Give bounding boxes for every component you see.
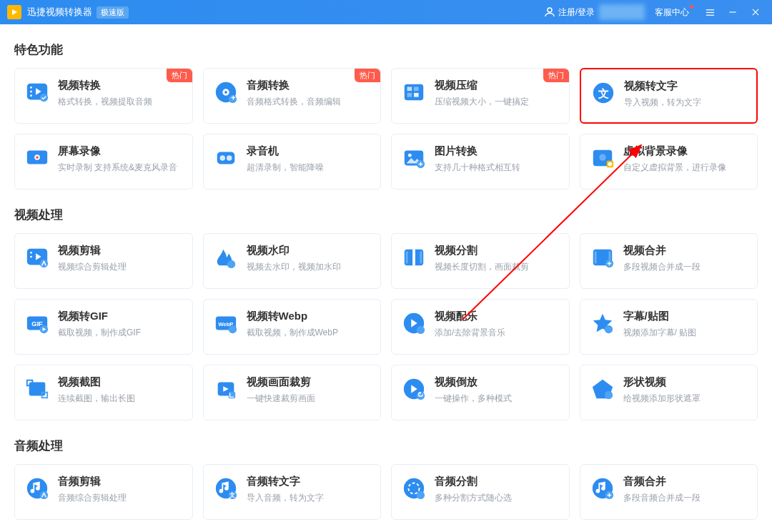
card-title: 视频转GIF: [58, 310, 184, 322]
card-desc: 实时录制 支持系统&麦克风录音: [58, 162, 184, 174]
card-desc: 压缩视频大小，一键搞定: [435, 96, 560, 108]
support-link[interactable]: 客服中心: [655, 6, 689, 19]
watermark-icon: [214, 245, 238, 270]
svg-point-30: [226, 155, 232, 161]
feature-card[interactable]: 视频水印视频去水印，视频加水印: [203, 233, 382, 289]
audio-convert-icon: [214, 80, 238, 104]
card-desc: 超清录制，智能降噪: [247, 162, 372, 174]
feature-card[interactable]: 音频剪辑音频综合剪辑处理: [14, 464, 193, 520]
card-title: 音频转换: [247, 79, 372, 92]
card-title: 音频分割: [435, 475, 560, 488]
close-button[interactable]: [746, 3, 765, 21]
hot-badge: 热门: [167, 69, 192, 82]
feature-card[interactable]: 视频画面裁剪一键快速裁剪画面: [203, 365, 382, 420]
card-desc: 多段音频合并成一段: [623, 492, 749, 504]
svg-rect-45: [406, 252, 408, 264]
menu-button[interactable]: [701, 3, 719, 21]
highlight-arrow-icon: [455, 141, 670, 327]
video-edit-icon: [25, 245, 49, 270]
svg-point-58: [228, 325, 236, 333]
card-title: 视频转文字: [624, 79, 748, 92]
svg-line-85: [462, 145, 641, 320]
card-title: 视频压缩: [435, 79, 560, 92]
crop-icon: [214, 377, 238, 401]
hot-badge: 热门: [543, 69, 569, 82]
card-title: 视频转Webp: [247, 310, 372, 322]
app-logo-icon: [7, 5, 21, 19]
video-music-icon: [402, 311, 426, 335]
card-title: 视频剪辑: [58, 244, 184, 257]
card-title: 视频截图: [58, 375, 184, 388]
card-desc: 一键操作，多种模式: [435, 393, 560, 405]
feature-card[interactable]: 视频转换格式转换，视频提取音频热门: [14, 68, 193, 124]
audio-to-text-icon: 文: [214, 476, 238, 501]
feature-card[interactable]: 屏幕录像实时录制 支持系统&麦克风录音: [14, 134, 193, 189]
feature-card[interactable]: 文音频转文字导入音频，转为文字: [203, 464, 382, 520]
svg-point-40: [30, 256, 32, 258]
svg-rect-47: [412, 250, 415, 266]
section-title-audio: 音频处理: [14, 438, 758, 454]
card-title: 形状视频: [623, 375, 749, 388]
feature-card[interactable]: 录音机超清录制，智能降噪: [203, 134, 382, 189]
svg-point-16: [224, 91, 227, 94]
login-label: 注册/登录: [558, 6, 595, 19]
svg-point-32: [408, 154, 412, 157]
svg-point-27: [36, 156, 39, 159]
card-desc: 多种分割方式随心选: [435, 492, 560, 504]
video-webp-icon: WebP: [214, 311, 238, 335]
feature-card[interactable]: 音频转换音频格式转换，音频编辑热门: [203, 68, 382, 124]
login-button[interactable]: 注册/登录: [543, 6, 595, 19]
feature-card[interactable]: 视频压缩压缩视频大小，一键搞定热门: [391, 68, 570, 124]
svg-point-10: [30, 91, 32, 93]
svg-rect-20: [414, 87, 419, 91]
card-title: 视频水印: [247, 244, 372, 257]
svg-point-61: [417, 326, 425, 334]
svg-point-17: [228, 95, 236, 103]
svg-point-73: [604, 391, 612, 399]
feature-card[interactable]: 视频剪辑视频综合剪辑处理: [14, 233, 193, 289]
card-title: 音频合并: [623, 475, 749, 488]
svg-point-39: [30, 252, 32, 254]
card-title: 屏幕录像: [58, 144, 184, 157]
card-desc: 一键快速裁剪画面: [247, 393, 372, 405]
svg-point-43: [227, 260, 234, 268]
video-split-icon: [402, 245, 426, 270]
svg-text:文: 文: [229, 492, 235, 498]
feature-card[interactable]: 音频分割多种分割方式随心选: [391, 464, 570, 520]
section-title-featured: 特色功能: [14, 41, 758, 58]
feature-card[interactable]: WebP视频转Webp截取视频，制作成WebP: [203, 299, 382, 355]
card-title: 录音机: [247, 144, 372, 157]
card-desc: 连续截图，输出长图: [58, 393, 184, 405]
svg-text:GIF: GIF: [31, 320, 43, 327]
video-compress-icon: [402, 80, 426, 104]
card-desc: 导入视频，转为文字: [624, 97, 748, 109]
notification-dot-icon: [690, 5, 693, 9]
feature-card[interactable]: 视频倒放一键操作，多种模式: [391, 365, 570, 420]
screen-record-icon: [25, 146, 49, 170]
svg-rect-19: [407, 87, 412, 91]
svg-rect-28: [217, 152, 234, 164]
svg-point-9: [30, 87, 32, 89]
user-avatar[interactable]: [599, 4, 645, 20]
card-title: 音频剪辑: [58, 475, 184, 488]
feature-card[interactable]: GIF视频转GIF截取视频，制作成GIF: [14, 299, 193, 355]
feature-card[interactable]: 形状视频给视频添加形状遮罩: [580, 365, 758, 420]
feature-card[interactable]: 视频截图连续截图，输出长图: [14, 365, 193, 420]
image-convert-icon: [402, 146, 426, 170]
svg-rect-22: [414, 93, 419, 97]
svg-marker-0: [12, 9, 17, 15]
feature-card[interactable]: 文视频转文字导入视频，转为文字: [580, 68, 758, 124]
reverse-icon: [402, 377, 426, 401]
svg-rect-63: [29, 383, 46, 396]
card-desc: 格式转换，视频提取音频: [58, 96, 184, 108]
card-desc: 截取视频，制作成WebP: [247, 327, 372, 339]
video-convert-icon: [25, 80, 49, 104]
video-to-text-icon: 文: [591, 81, 615, 105]
hot-badge: 热门: [355, 69, 380, 82]
feature-card[interactable]: 音频合并多段音频合并成一段: [580, 464, 758, 520]
recorder-icon: [214, 146, 238, 170]
svg-rect-18: [405, 84, 423, 101]
svg-point-11: [30, 94, 32, 97]
minimize-button[interactable]: [723, 3, 742, 21]
svg-rect-21: [407, 93, 412, 97]
